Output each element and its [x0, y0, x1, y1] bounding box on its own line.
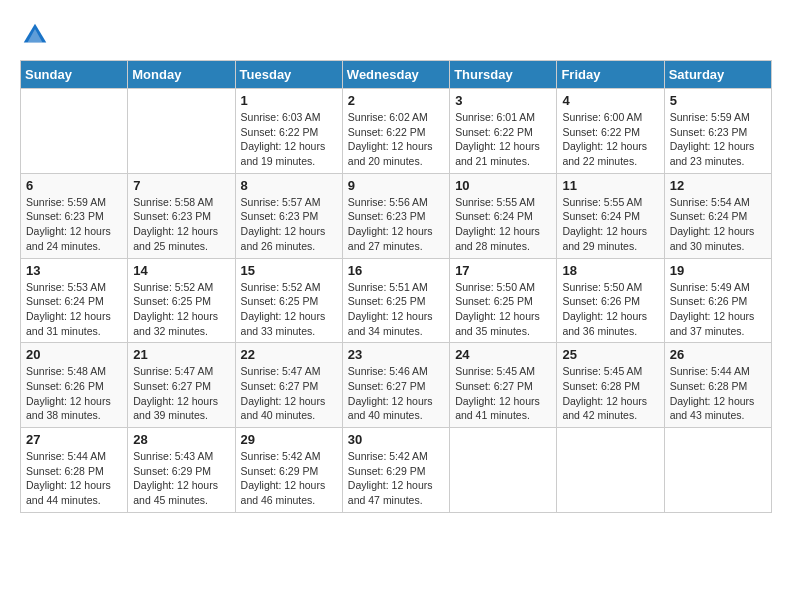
day-info: Sunrise: 5:47 AM Sunset: 6:27 PM Dayligh…	[241, 364, 337, 423]
calendar-cell: 29Sunrise: 5:42 AM Sunset: 6:29 PM Dayli…	[235, 428, 342, 513]
day-info: Sunrise: 5:50 AM Sunset: 6:26 PM Dayligh…	[562, 280, 658, 339]
calendar-cell: 1Sunrise: 6:03 AM Sunset: 6:22 PM Daylig…	[235, 89, 342, 174]
day-info: Sunrise: 5:57 AM Sunset: 6:23 PM Dayligh…	[241, 195, 337, 254]
calendar-cell: 14Sunrise: 5:52 AM Sunset: 6:25 PM Dayli…	[128, 258, 235, 343]
calendar-cell: 4Sunrise: 6:00 AM Sunset: 6:22 PM Daylig…	[557, 89, 664, 174]
day-info: Sunrise: 5:42 AM Sunset: 6:29 PM Dayligh…	[241, 449, 337, 508]
calendar-cell: 12Sunrise: 5:54 AM Sunset: 6:24 PM Dayli…	[664, 173, 771, 258]
weekday-header-monday: Monday	[128, 61, 235, 89]
calendar-cell: 27Sunrise: 5:44 AM Sunset: 6:28 PM Dayli…	[21, 428, 128, 513]
calendar-cell: 13Sunrise: 5:53 AM Sunset: 6:24 PM Dayli…	[21, 258, 128, 343]
calendar-cell: 19Sunrise: 5:49 AM Sunset: 6:26 PM Dayli…	[664, 258, 771, 343]
day-number: 22	[241, 347, 337, 362]
day-info: Sunrise: 6:02 AM Sunset: 6:22 PM Dayligh…	[348, 110, 444, 169]
day-number: 12	[670, 178, 766, 193]
weekday-header-saturday: Saturday	[664, 61, 771, 89]
day-info: Sunrise: 5:56 AM Sunset: 6:23 PM Dayligh…	[348, 195, 444, 254]
calendar-week-row: 20Sunrise: 5:48 AM Sunset: 6:26 PM Dayli…	[21, 343, 772, 428]
day-info: Sunrise: 6:00 AM Sunset: 6:22 PM Dayligh…	[562, 110, 658, 169]
day-number: 8	[241, 178, 337, 193]
day-info: Sunrise: 5:55 AM Sunset: 6:24 PM Dayligh…	[562, 195, 658, 254]
calendar-cell: 11Sunrise: 5:55 AM Sunset: 6:24 PM Dayli…	[557, 173, 664, 258]
day-number: 6	[26, 178, 122, 193]
day-number: 14	[133, 263, 229, 278]
day-info: Sunrise: 5:43 AM Sunset: 6:29 PM Dayligh…	[133, 449, 229, 508]
day-info: Sunrise: 5:44 AM Sunset: 6:28 PM Dayligh…	[670, 364, 766, 423]
weekday-header-tuesday: Tuesday	[235, 61, 342, 89]
calendar-cell: 16Sunrise: 5:51 AM Sunset: 6:25 PM Dayli…	[342, 258, 449, 343]
day-number: 7	[133, 178, 229, 193]
calendar-cell: 17Sunrise: 5:50 AM Sunset: 6:25 PM Dayli…	[450, 258, 557, 343]
calendar-cell: 2Sunrise: 6:02 AM Sunset: 6:22 PM Daylig…	[342, 89, 449, 174]
calendar-cell: 10Sunrise: 5:55 AM Sunset: 6:24 PM Dayli…	[450, 173, 557, 258]
weekday-header-sunday: Sunday	[21, 61, 128, 89]
day-info: Sunrise: 5:59 AM Sunset: 6:23 PM Dayligh…	[670, 110, 766, 169]
calendar-cell: 7Sunrise: 5:58 AM Sunset: 6:23 PM Daylig…	[128, 173, 235, 258]
logo-icon	[20, 20, 50, 50]
calendar-cell: 8Sunrise: 5:57 AM Sunset: 6:23 PM Daylig…	[235, 173, 342, 258]
calendar-cell: 9Sunrise: 5:56 AM Sunset: 6:23 PM Daylig…	[342, 173, 449, 258]
day-info: Sunrise: 5:49 AM Sunset: 6:26 PM Dayligh…	[670, 280, 766, 339]
day-number: 4	[562, 93, 658, 108]
day-info: Sunrise: 5:45 AM Sunset: 6:27 PM Dayligh…	[455, 364, 551, 423]
calendar-week-row: 27Sunrise: 5:44 AM Sunset: 6:28 PM Dayli…	[21, 428, 772, 513]
day-number: 24	[455, 347, 551, 362]
day-number: 19	[670, 263, 766, 278]
day-number: 3	[455, 93, 551, 108]
page-header	[20, 20, 772, 50]
calendar-cell: 30Sunrise: 5:42 AM Sunset: 6:29 PM Dayli…	[342, 428, 449, 513]
day-info: Sunrise: 5:44 AM Sunset: 6:28 PM Dayligh…	[26, 449, 122, 508]
day-number: 15	[241, 263, 337, 278]
calendar-week-row: 6Sunrise: 5:59 AM Sunset: 6:23 PM Daylig…	[21, 173, 772, 258]
weekday-header-thursday: Thursday	[450, 61, 557, 89]
day-number: 11	[562, 178, 658, 193]
calendar-header-row: SundayMondayTuesdayWednesdayThursdayFrid…	[21, 61, 772, 89]
calendar-cell: 18Sunrise: 5:50 AM Sunset: 6:26 PM Dayli…	[557, 258, 664, 343]
day-info: Sunrise: 5:48 AM Sunset: 6:26 PM Dayligh…	[26, 364, 122, 423]
calendar-cell	[557, 428, 664, 513]
day-number: 20	[26, 347, 122, 362]
day-number: 21	[133, 347, 229, 362]
calendar-cell: 24Sunrise: 5:45 AM Sunset: 6:27 PM Dayli…	[450, 343, 557, 428]
day-info: Sunrise: 5:47 AM Sunset: 6:27 PM Dayligh…	[133, 364, 229, 423]
day-number: 18	[562, 263, 658, 278]
day-number: 13	[26, 263, 122, 278]
day-number: 30	[348, 432, 444, 447]
calendar-cell: 25Sunrise: 5:45 AM Sunset: 6:28 PM Dayli…	[557, 343, 664, 428]
day-info: Sunrise: 5:53 AM Sunset: 6:24 PM Dayligh…	[26, 280, 122, 339]
day-info: Sunrise: 5:59 AM Sunset: 6:23 PM Dayligh…	[26, 195, 122, 254]
day-info: Sunrise: 5:45 AM Sunset: 6:28 PM Dayligh…	[562, 364, 658, 423]
day-info: Sunrise: 5:54 AM Sunset: 6:24 PM Dayligh…	[670, 195, 766, 254]
calendar-cell	[128, 89, 235, 174]
day-info: Sunrise: 5:58 AM Sunset: 6:23 PM Dayligh…	[133, 195, 229, 254]
calendar-cell	[21, 89, 128, 174]
calendar-cell: 23Sunrise: 5:46 AM Sunset: 6:27 PM Dayli…	[342, 343, 449, 428]
day-info: Sunrise: 5:51 AM Sunset: 6:25 PM Dayligh…	[348, 280, 444, 339]
day-number: 9	[348, 178, 444, 193]
day-number: 27	[26, 432, 122, 447]
calendar-cell: 5Sunrise: 5:59 AM Sunset: 6:23 PM Daylig…	[664, 89, 771, 174]
logo	[20, 20, 54, 50]
calendar-cell	[664, 428, 771, 513]
calendar-cell: 21Sunrise: 5:47 AM Sunset: 6:27 PM Dayli…	[128, 343, 235, 428]
calendar-table: SundayMondayTuesdayWednesdayThursdayFrid…	[20, 60, 772, 513]
day-info: Sunrise: 5:46 AM Sunset: 6:27 PM Dayligh…	[348, 364, 444, 423]
day-info: Sunrise: 5:50 AM Sunset: 6:25 PM Dayligh…	[455, 280, 551, 339]
weekday-header-wednesday: Wednesday	[342, 61, 449, 89]
day-info: Sunrise: 5:52 AM Sunset: 6:25 PM Dayligh…	[241, 280, 337, 339]
day-info: Sunrise: 6:03 AM Sunset: 6:22 PM Dayligh…	[241, 110, 337, 169]
day-number: 16	[348, 263, 444, 278]
day-number: 5	[670, 93, 766, 108]
day-number: 28	[133, 432, 229, 447]
calendar-cell: 3Sunrise: 6:01 AM Sunset: 6:22 PM Daylig…	[450, 89, 557, 174]
calendar-cell: 22Sunrise: 5:47 AM Sunset: 6:27 PM Dayli…	[235, 343, 342, 428]
calendar-cell: 26Sunrise: 5:44 AM Sunset: 6:28 PM Dayli…	[664, 343, 771, 428]
calendar-week-row: 13Sunrise: 5:53 AM Sunset: 6:24 PM Dayli…	[21, 258, 772, 343]
day-number: 1	[241, 93, 337, 108]
day-number: 10	[455, 178, 551, 193]
day-number: 2	[348, 93, 444, 108]
calendar-week-row: 1Sunrise: 6:03 AM Sunset: 6:22 PM Daylig…	[21, 89, 772, 174]
day-number: 25	[562, 347, 658, 362]
day-number: 17	[455, 263, 551, 278]
day-info: Sunrise: 5:55 AM Sunset: 6:24 PM Dayligh…	[455, 195, 551, 254]
